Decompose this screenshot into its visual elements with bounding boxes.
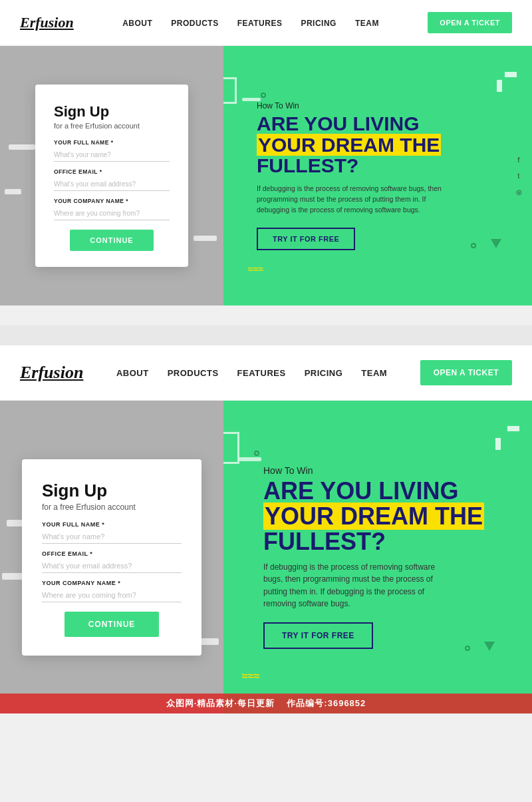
- headline-line2-1: YOUR DREAM THE: [257, 134, 441, 156]
- signup-subtitle-1: for a free Erfusion account: [54, 122, 170, 130]
- instagram-icon-1[interactable]: ◎: [513, 186, 524, 197]
- form-group-name-2: YOUR FULL NAME *: [42, 521, 182, 544]
- nav-team-2[interactable]: TEAM: [361, 368, 387, 378]
- navbar-2: Erfusion ABOUT PRODUCTS FEATURES PRICING…: [0, 345, 532, 401]
- signup-card-1: Sign Up for a free Erfusion account YOUR…: [35, 85, 188, 267]
- label-email-2: OFFICE EMAIL *: [42, 550, 182, 557]
- signup-subtitle-2: for a free Erfusion account: [42, 502, 182, 512]
- facebook-icon-1[interactable]: f: [513, 154, 524, 165]
- form-group-name-1: YOUR FULL NAME *: [54, 139, 170, 162]
- continue-button-1[interactable]: CONTINUE: [70, 230, 153, 251]
- input-email-2[interactable]: [42, 559, 182, 573]
- deco-circle-r2-1: [254, 451, 259, 456]
- watermark: 众图网·精品素材·每日更新 作品编号:3696852: [0, 694, 532, 713]
- deco-zigzag-1: ≈≈≈: [248, 264, 263, 274]
- deco-dash-left2-2: [2, 573, 23, 580]
- watermark-text: 众图网·精品素材·每日更新: [166, 698, 275, 708]
- deco-triangle-2: [484, 642, 495, 651]
- nav-about-2[interactable]: ABOUT: [116, 368, 149, 378]
- label-company-1: YOUR COMPANY NAME *: [54, 198, 170, 204]
- deco-dash-r2-1: [239, 457, 261, 461]
- headline-2: ARE YOU LIVING YOUR DREAM THE FULLEST?: [263, 479, 484, 554]
- deco-dash-left-2: [5, 189, 21, 194]
- deco-dash-left-3: [194, 236, 217, 241]
- nav-products-1[interactable]: PRODUCTS: [171, 19, 218, 28]
- watermark-subtext: 作品编号:3696852: [287, 698, 366, 708]
- headline-line1-1: ARE YOU LIVING: [257, 112, 419, 134]
- label-name-2: YOUR FULL NAME *: [42, 521, 182, 528]
- label-email-1: OFFICE EMAIL *: [54, 168, 170, 175]
- input-name-2[interactable]: [42, 530, 182, 544]
- headline-1: ARE YOU LIVING YOUR DREAM THE FULLEST?: [257, 113, 443, 176]
- eyebrow-2: How To Win: [263, 465, 484, 476]
- deco-step-2: [495, 426, 519, 450]
- eyebrow-1: How To Win: [257, 101, 443, 110]
- deco-step-1: [497, 72, 517, 92]
- input-company-1[interactable]: [54, 207, 170, 220]
- form-group-company-2: YOUR COMPANY NAME *: [42, 580, 182, 602]
- hero-text-2: How To Win ARE YOU LIVING YOUR DREAM THE…: [263, 465, 484, 649]
- nav-pricing-1[interactable]: PRICING: [301, 19, 336, 28]
- deco-triangle-1: [491, 239, 501, 248]
- headline-line1-2: ARE YOU LIVING: [263, 477, 458, 504]
- try-free-button-2[interactable]: TRY IT FOR FREE: [263, 622, 373, 649]
- input-company-2[interactable]: [42, 588, 182, 602]
- open-ticket-button-1[interactable]: OPEN A TICKET: [428, 12, 512, 33]
- navbar-1: Erfusion ABOUT PRODUCTS FEATURES PRICING…: [0, 0, 532, 46]
- input-email-1[interactable]: [54, 178, 170, 191]
- signup-title-1: Sign Up: [54, 103, 170, 120]
- form-group-company-1: YOUR COMPANY NAME *: [54, 198, 170, 220]
- nav-links-1: ABOUT PRODUCTS FEATURES PRICING TEAM: [122, 17, 379, 29]
- headline-line2-2: YOUR DREAM THE: [263, 502, 484, 530]
- deco-circle-1: [261, 93, 266, 98]
- form-group-email-1: OFFICE EMAIL *: [54, 168, 170, 191]
- hero-text-1: How To Win ARE YOU LIVING YOUR DREAM THE…: [257, 101, 443, 250]
- deco-rect-2: [223, 432, 239, 464]
- label-name-1: YOUR FULL NAME *: [54, 139, 170, 146]
- section-2: Erfusion ABOUT PRODUCTS FEATURES PRICING…: [0, 345, 532, 713]
- section-separator: [0, 325, 532, 345]
- hero-left-1: Sign Up for a free Erfusion account YOUR…: [0, 46, 223, 305]
- hero-body-2: If debugging is the process of removing …: [263, 561, 450, 610]
- deco-circle-2: [471, 243, 476, 248]
- twitter-icon-1[interactable]: t: [513, 170, 524, 181]
- headline-line3-2: FULLEST?: [263, 528, 386, 555]
- label-company-2: YOUR COMPANY NAME *: [42, 580, 182, 586]
- nav-pricing-2[interactable]: PRICING: [305, 368, 343, 378]
- nav-team-1[interactable]: TEAM: [355, 19, 379, 28]
- deco-zigzag-2: ≈≈≈: [242, 670, 259, 682]
- deco-rect-1: [223, 77, 237, 104]
- form-group-email-2: OFFICE EMAIL *: [42, 550, 182, 573]
- social-bar-1: f t ◎: [513, 154, 524, 197]
- continue-button-2[interactable]: CONTINUE: [65, 612, 160, 637]
- nav-features-1[interactable]: FEATURES: [237, 19, 283, 28]
- hero-right-2: ≈≈≈ How To Win ARE YOU LIVING YOUR DREAM…: [223, 401, 532, 713]
- nav-about-1[interactable]: ABOUT: [122, 19, 152, 28]
- logo-2: Erfusion: [20, 363, 83, 383]
- signup-card-2: Sign Up for a free Erfusion account YOUR…: [22, 459, 201, 656]
- open-ticket-button-2[interactable]: OPEN A TICKET: [420, 360, 512, 385]
- signup-title-2: Sign Up: [42, 481, 182, 501]
- logo-1: Erfusion: [20, 14, 74, 31]
- hero-1: Sign Up for a free Erfusion account YOUR…: [0, 46, 532, 305]
- nav-features-2[interactable]: FEATURES: [237, 368, 286, 378]
- section-1: Erfusion ABOUT PRODUCTS FEATURES PRICING…: [0, 0, 532, 305]
- hero-2: Sign Up for a free Erfusion account YOUR…: [0, 401, 532, 713]
- try-free-button-1[interactable]: TRY IT FOR FREE: [257, 228, 355, 250]
- deco-dash-left-1: [9, 144, 35, 150]
- hero-right-1: ≈≈≈ How To Win ARE YOU LIVING YOUR DREAM…: [223, 46, 532, 305]
- headline-line3-1: FULLEST?: [257, 154, 358, 176]
- hero-left-2: Sign Up for a free Erfusion account YOUR…: [0, 401, 223, 713]
- nav-links-2: ABOUT PRODUCTS FEATURES PRICING TEAM: [116, 367, 387, 379]
- input-name-1[interactable]: [54, 148, 170, 162]
- hero-body-1: If debugging is the process of removing …: [257, 183, 443, 216]
- deco-dash-r1: [242, 98, 261, 101]
- nav-products-2[interactable]: PRODUCTS: [168, 368, 219, 378]
